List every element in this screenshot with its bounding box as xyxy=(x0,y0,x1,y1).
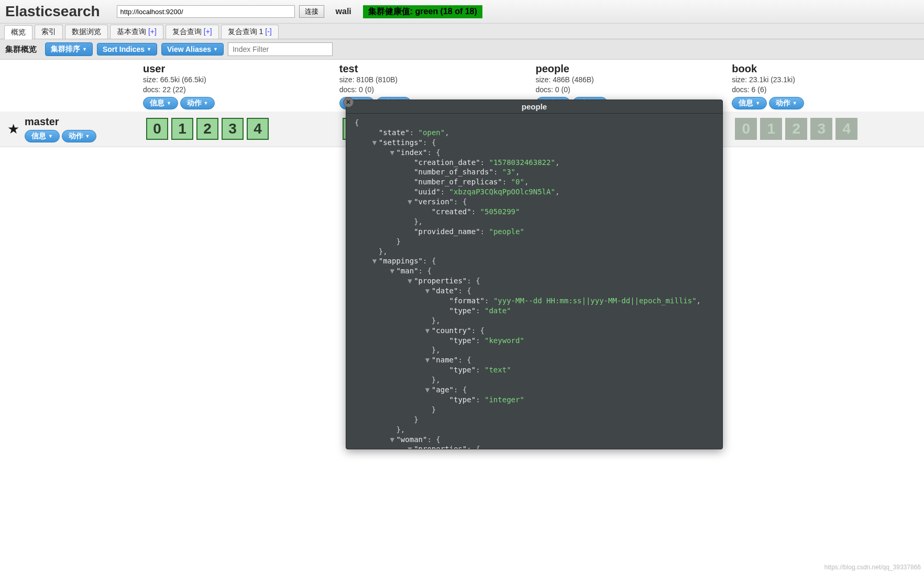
index-info-button[interactable]: 信息 xyxy=(143,97,178,109)
index-name[interactable]: people xyxy=(536,63,724,75)
tab-4[interactable]: 复合查询 [+] xyxy=(166,25,219,39)
index-size: size: 486B (486B) xyxy=(536,75,724,85)
shard[interactable]: 2 xyxy=(196,118,218,140)
index-size: size: 23.1ki (23.1ki) xyxy=(732,75,920,85)
toolbar: 集群概览 集群排序 Sort Indices View Aliases xyxy=(0,39,924,60)
index-filter-input[interactable] xyxy=(228,42,333,56)
index-docs: docs: 0 (0) xyxy=(339,85,527,95)
shard[interactable]: 4 xyxy=(247,118,269,140)
index-docs: docs: 0 (0) xyxy=(536,85,724,95)
tab-3[interactable]: 基本查询 [+] xyxy=(110,25,163,39)
index-name[interactable]: test xyxy=(339,63,527,75)
shard[interactable]: 1 xyxy=(171,118,193,140)
view-aliases-button[interactable]: View Aliases xyxy=(161,43,224,56)
health-badge: 集群健康值: green (18 of 18) xyxy=(363,5,482,18)
index-action-button[interactable]: 动作 xyxy=(769,97,804,109)
index-docs: docs: 6 (6) xyxy=(732,85,920,95)
node-name: master xyxy=(25,116,96,128)
index-name[interactable]: book xyxy=(732,63,920,75)
tab-2[interactable]: 数据浏览 xyxy=(65,25,108,39)
cluster-name: wali xyxy=(336,7,351,16)
topbar: Elasticsearch 连接 wali 集群健康值: green (18 o… xyxy=(0,0,924,24)
index-size: size: 810B (810B) xyxy=(339,75,527,85)
sort-indices-button[interactable]: Sort Indices xyxy=(97,43,157,56)
node-action-button[interactable]: 动作 xyxy=(62,130,97,142)
tab-1[interactable]: 索引 xyxy=(35,25,63,39)
overview-label: 集群概览 xyxy=(5,45,37,54)
shard[interactable]: 3 xyxy=(810,118,832,140)
shard[interactable]: 3 xyxy=(222,118,244,140)
index-detail-dialog: ✕ people { "state": "open", ▼"settings":… xyxy=(346,100,723,147)
index-action-button[interactable]: 动作 xyxy=(180,97,215,109)
tabs: 概览索引数据浏览基本查询 [+]复合查询 [+]复合查询 1 [-] xyxy=(0,24,924,39)
json-body: { "state": "open", ▼"settings": { ▼"inde… xyxy=(346,114,722,147)
index-header: book size: 23.1ki (23.1ki) docs: 6 (6) 信… xyxy=(728,60,924,112)
tab-0[interactable]: 概览 xyxy=(4,25,32,39)
star-icon: ★ xyxy=(7,121,19,137)
index-size: size: 66.5ki (66.5ki) xyxy=(143,75,331,85)
connect-button[interactable]: 连接 xyxy=(299,5,324,18)
dialog-title: people xyxy=(346,100,722,114)
tab-5[interactable]: 复合查询 1 [-] xyxy=(221,25,279,39)
shard[interactable]: 4 xyxy=(835,118,857,140)
url-input[interactable] xyxy=(117,5,295,18)
index-header: user size: 66.5ki (66.5ki) docs: 22 (22)… xyxy=(139,60,335,112)
app-title: Elasticsearch xyxy=(5,3,100,20)
index-name[interactable]: user xyxy=(143,63,331,75)
shard[interactable]: 0 xyxy=(146,118,168,140)
shard[interactable]: 1 xyxy=(760,118,782,140)
shard[interactable]: 2 xyxy=(785,118,807,140)
cluster-sort-button[interactable]: 集群排序 xyxy=(45,42,93,56)
shard-cell: 01234 xyxy=(728,116,924,142)
node-info-button[interactable]: 信息 xyxy=(25,130,60,142)
index-docs: docs: 22 (22) xyxy=(143,85,331,95)
index-info-button[interactable]: 信息 xyxy=(732,97,767,109)
shard[interactable]: 0 xyxy=(735,118,757,140)
shard-cell: 01234 xyxy=(139,116,335,142)
